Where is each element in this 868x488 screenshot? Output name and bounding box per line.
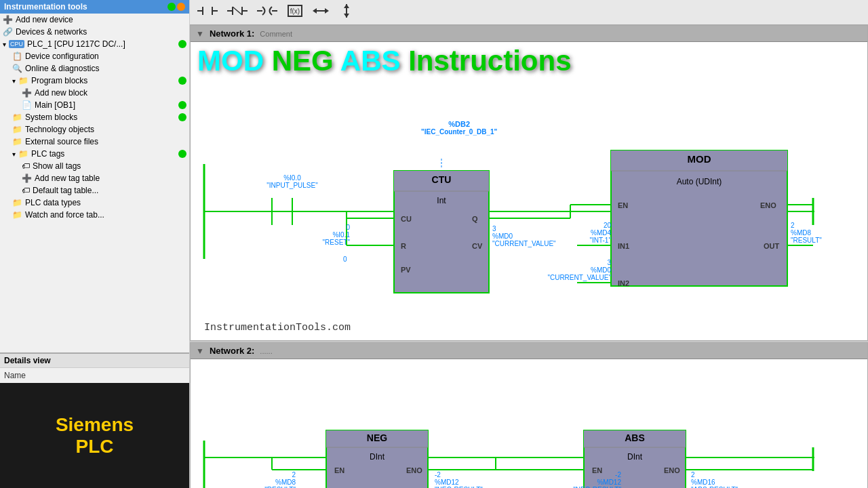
sidebar-item-program-blocks[interactable]: ▾📁Program blocks <box>0 75 189 87</box>
sidebar-item-add-block[interactable]: ➕Add new block <box>0 87 189 99</box>
sidebar-item-main-ob1[interactable]: 📄Main [OB1] <box>0 99 189 111</box>
sidebar-title: Instrumentation tools <box>4 2 87 12</box>
expand-horizontal-button[interactable] <box>309 2 332 22</box>
tag-md4-name: "INT-1" <box>547 237 611 244</box>
devices-networks-icon: 🔗 <box>3 27 13 37</box>
svg-text:Q: Q <box>472 215 478 223</box>
sidebar-item-ext-source[interactable]: 📁External source files <box>0 136 189 148</box>
sidebar: Instrumentation tools ➕Add new device🔗De… <box>0 0 190 488</box>
tag-n2-md12-out-address: %MD12 <box>435 479 483 486</box>
tag-reset-value: 0 <box>296 224 350 231</box>
system-blocks-icon: 📁 <box>12 113 22 122</box>
sidebar-item-tech-objects[interactable]: 📁Technology objects <box>0 123 189 136</box>
tag-md8: 2 %MD8 "RESULT" <box>791 222 822 244</box>
svg-text:IN1: IN1 <box>618 242 629 250</box>
sidebar-item-plc-data-types[interactable]: 📁PLC data types <box>0 197 189 209</box>
plc-tags-label: PLC tags <box>31 149 64 159</box>
sidebar-item-default-tag-table[interactable]: 🏷Default tag table... <box>0 184 189 197</box>
toolbar: f(x) <box>190 0 868 25</box>
svg-text:CV: CV <box>472 242 483 250</box>
tag-n2-md8-in: 2 %MD8 "RESULT" <box>228 471 296 488</box>
svg-text:IN2: IN2 <box>618 279 629 287</box>
svg-text:EN: EN <box>618 201 628 209</box>
sidebar-item-online-diag[interactable]: 🔍Online & diagnostics <box>0 62 189 75</box>
siemens-company-name: Siemens <box>56 414 134 436</box>
svg-text:DInt: DInt <box>627 452 643 462</box>
expand-vertical-button[interactable] <box>335 2 358 22</box>
svg-text:OUT: OUT <box>764 242 780 250</box>
network1-collapse[interactable]: ▼ <box>196 29 204 39</box>
network2-panel: ▼ Network 2: ...... <box>190 342 868 488</box>
svg-text:CTU: CTU <box>432 174 452 185</box>
tag-n2-md12-out: -2 %MD12 "NEG-RESULT" <box>435 471 483 488</box>
sidebar-item-show-all-tags[interactable]: 🏷Show all tags <box>0 160 189 172</box>
svg-line-8 <box>233 7 242 15</box>
main-area: f(x) ▼ Network 1: Commen <box>190 0 868 488</box>
sidebar-tree: ➕Add new device🔗Devices & networks▾CPUPL… <box>0 14 189 352</box>
device-config-icon: 📋 <box>12 52 22 61</box>
svg-text:NEG: NEG <box>367 432 387 443</box>
tag-input-address: %I0.0 <box>265 174 319 182</box>
svg-marker-17 <box>344 4 349 8</box>
tag-n2-md16-value: 2 <box>691 471 738 479</box>
add-tag-table-label: Add new tag table <box>35 174 100 183</box>
show-all-tags-label: Show all tags <box>33 161 81 171</box>
tag-n2-md12-in-address: %MD12 <box>550 479 621 486</box>
tech-objects-label: Technology objects <box>25 125 94 134</box>
sidebar-header: Instrumentation tools <box>0 0 189 14</box>
sidebar-item-add-device[interactable]: ➕Add new device <box>0 14 189 26</box>
network1-comment: Comment <box>260 30 292 38</box>
tag-input-name: "INPUT_PULSE" <box>265 182 319 189</box>
add-device-label: Add new device <box>16 15 73 24</box>
contact-no-button[interactable] <box>194 2 221 22</box>
sidebar-item-plc-tags[interactable]: ▾📁PLC tags <box>0 148 189 160</box>
tag-md4-value: 20 <box>547 222 611 229</box>
svg-text:MOD: MOD <box>688 153 711 165</box>
svg-text:CU: CU <box>401 215 412 223</box>
sidebar-item-plc1[interactable]: ▾CPUPLC_1 [CPU 1217C DC/...] <box>0 38 189 50</box>
network1-panel: ▼ Network 1: Comment MOD NEG ABS Instruc… <box>190 25 868 341</box>
output-coil-button[interactable] <box>254 2 281 22</box>
network1-content: MOD NEG ABS Instructions <box>191 42 867 340</box>
sidebar-item-add-tag-table[interactable]: ➕Add new tag table <box>0 172 189 184</box>
website-label: InstrumentationTools.com <box>204 322 351 333</box>
tag-md0-value: 3 <box>547 259 611 266</box>
online-diag-label: Online & diagnostics <box>25 64 99 73</box>
main-ob1-icon: 📄 <box>22 100 32 110</box>
contact-nc-button[interactable] <box>224 2 251 22</box>
tag-n2-md8-value: 2 <box>228 471 296 479</box>
default-tag-table-icon: 🏷 <box>22 186 30 195</box>
siemens-logo: Siemens PLC <box>0 383 189 488</box>
function-box-button[interactable]: f(x) <box>283 2 307 22</box>
network2-collapse[interactable]: ▼ <box>196 346 204 356</box>
tag-pv: 0 <box>343 256 347 263</box>
db2-name: "IEC_Counter_0_DB_1" <box>421 128 497 136</box>
tag-md4: 20 %MD4 "INT-1" <box>547 222 611 244</box>
svg-text:ENO: ENO <box>406 466 422 474</box>
details-view-header: Details view <box>0 354 189 368</box>
add-tag-table-icon: ➕ <box>22 174 32 183</box>
tag-md4-address: %MD4 <box>547 229 611 237</box>
system-blocks-status-dot <box>178 113 186 121</box>
program-blocks-arrow: ▾ <box>12 77 16 85</box>
name-field-label: Name <box>0 368 189 383</box>
svg-text:ABS: ABS <box>625 432 645 443</box>
network2-content: NEG DInt EN ENO IN OUT <box>191 359 867 488</box>
tag-md0-address: %MD0 <box>547 266 611 274</box>
sidebar-item-devices-networks[interactable]: 🔗Devices & networks <box>0 26 189 38</box>
plc-tags-arrow: ▾ <box>12 150 16 158</box>
network2-header: ▼ Network 2: ...... <box>191 343 867 359</box>
tag-n2-md12-in: -2 %MD12 "NEG-RESULT" <box>550 471 621 488</box>
add-device-icon: ➕ <box>3 15 13 24</box>
sidebar-item-watch-force[interactable]: 📁Watch and force tab... <box>0 209 189 221</box>
siemens-product-name: PLC <box>76 436 114 458</box>
svg-text:ENO: ENO <box>664 466 680 474</box>
ext-source-label: External source files <box>25 137 98 146</box>
diagram-area[interactable]: ▼ Network 1: Comment MOD NEG ABS Instruc… <box>190 25 868 488</box>
default-tag-table-label: Default tag table... <box>33 186 98 195</box>
tag-md0-name: "CURRENT_VALUE" <box>547 274 611 281</box>
sidebar-bottom: Details view Name Siemens PLC <box>0 352 189 488</box>
sidebar-item-system-blocks[interactable]: 📁System blocks <box>0 111 189 123</box>
sidebar-item-device-config[interactable]: 📋Device configuration <box>0 50 189 62</box>
devices-networks-label: Devices & networks <box>16 27 87 37</box>
